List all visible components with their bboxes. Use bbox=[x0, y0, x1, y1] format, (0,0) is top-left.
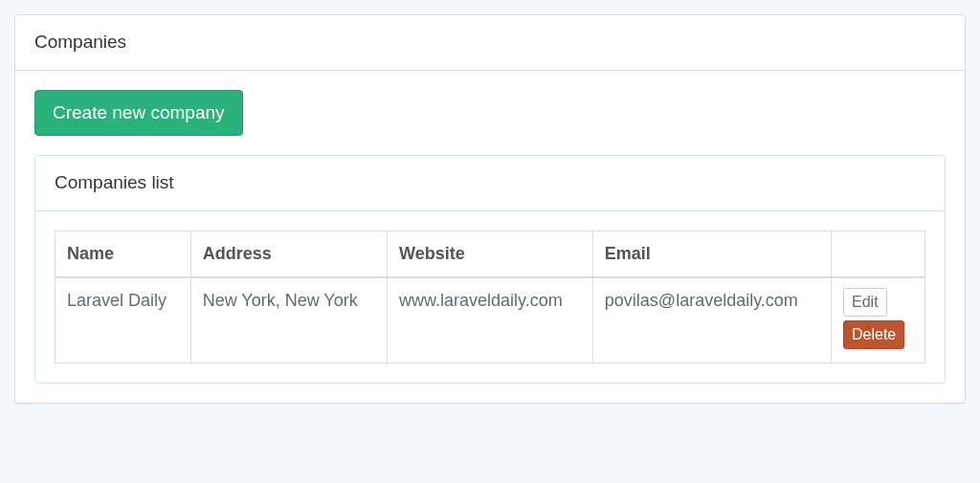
table-row: Laravel Daily New York, New York www.lar… bbox=[56, 277, 925, 363]
page-title: Companies bbox=[15, 15, 965, 71]
cell-address: New York, New York bbox=[190, 277, 387, 363]
col-actions bbox=[832, 231, 925, 277]
create-company-button[interactable]: Create new company bbox=[34, 90, 243, 137]
col-website: Website bbox=[388, 231, 593, 277]
delete-button[interactable]: Delete bbox=[843, 320, 904, 349]
companies-table: Name Address Website Email Laravel Daily… bbox=[55, 231, 925, 363]
cell-actions: Edit Delete bbox=[832, 277, 925, 363]
panel-body: Create new company Companies list Name A… bbox=[15, 71, 965, 403]
cell-name: Laravel Daily bbox=[56, 277, 191, 363]
col-email: Email bbox=[592, 231, 831, 277]
table-header-row: Name Address Website Email bbox=[56, 231, 925, 277]
companies-list-panel: Companies list Name Address Website Emai… bbox=[34, 155, 946, 384]
list-body: Name Address Website Email Laravel Daily… bbox=[35, 211, 945, 383]
col-address: Address bbox=[190, 231, 387, 277]
cell-email: povilas@laraveldaily.com bbox=[592, 277, 831, 363]
companies-panel: Companies Create new company Companies l… bbox=[14, 14, 966, 404]
col-name: Name bbox=[56, 231, 191, 277]
edit-button[interactable]: Edit bbox=[843, 288, 887, 317]
list-heading: Companies list bbox=[35, 156, 945, 211]
cell-website: www.laraveldaily.com bbox=[388, 277, 593, 363]
